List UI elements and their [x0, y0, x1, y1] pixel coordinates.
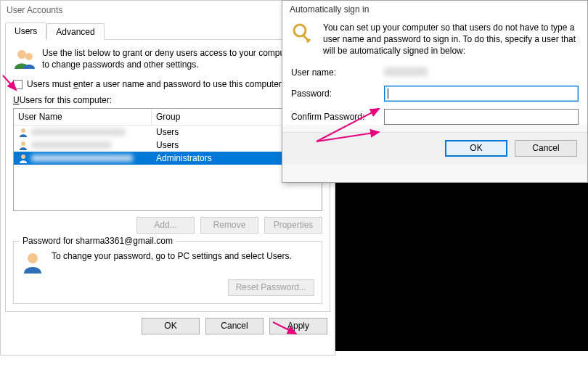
user-large-icon — [21, 250, 44, 274]
svg-point-5 — [28, 253, 38, 263]
confirm-row: Confirm Password: — [291, 109, 579, 125]
user-buttons-row: Add... Remove Properties — [13, 217, 322, 234]
ok-button[interactable]: OK — [142, 318, 200, 334]
intro-row: Use the list below to grant or deny user… — [13, 47, 322, 70]
users-list[interactable]: User Name Group Users Users — [13, 108, 322, 211]
table-row[interactable]: Users — [14, 139, 322, 152]
users-list-header: User Name Group — [14, 109, 322, 126]
confirm-password-input[interactable] — [384, 109, 579, 125]
dialog-footer: OK Cancel — [282, 132, 587, 164]
user-icon — [18, 127, 28, 137]
svg-point-4 — [21, 155, 25, 159]
remove-button[interactable]: Remove — [200, 217, 258, 234]
username-row: User name: — [291, 67, 579, 78]
tab-advanced[interactable]: Advanced — [46, 23, 104, 40]
password-label: Password: — [291, 89, 380, 99]
text-caret — [388, 89, 388, 99]
key-icon — [291, 22, 316, 46]
require-password-checkbox[interactable] — [13, 80, 23, 89]
user-name-redacted — [31, 141, 111, 149]
svg-point-3 — [21, 141, 25, 146]
require-password-row[interactable]: Users must enter a user name and passwor… — [13, 79, 322, 89]
properties-button[interactable]: Properties — [264, 217, 322, 234]
require-password-label: Users must enter a user name and passwor… — [27, 79, 284, 89]
reset-password-button[interactable]: Reset Password... — [228, 279, 314, 296]
table-row[interactable]: Users — [14, 126, 322, 139]
dialog-intro-row: You can set up your computer so that use… — [291, 22, 579, 57]
password-groupbox-title: Password for sharma3361@gmail.com — [20, 236, 176, 246]
dialog-title: Automatically sign in — [282, 1, 587, 22]
password-input[interactable] — [384, 86, 579, 102]
apply-button[interactable]: Apply — [269, 318, 327, 334]
intro-text: Use the list below to grant or deny user… — [42, 47, 322, 70]
user-name-redacted — [31, 128, 126, 136]
user-icon — [18, 153, 28, 163]
column-header-name[interactable]: User Name — [14, 109, 152, 125]
cancel-button[interactable]: Cancel — [205, 318, 264, 334]
cancel-button[interactable]: Cancel — [515, 140, 577, 157]
password-groupbox: Password for sharma3361@gmail.com To cha… — [13, 241, 322, 304]
svg-point-2 — [21, 128, 25, 133]
add-button[interactable]: Add... — [136, 217, 195, 234]
password-row: Password: — [291, 86, 579, 102]
user-name-redacted — [31, 155, 133, 162]
dialog-intro-text: You can set up your computer so that use… — [323, 22, 579, 57]
users-list-label: UUsers for this computer: — [13, 95, 322, 105]
ok-button[interactable]: OK — [445, 140, 507, 157]
svg-point-1 — [25, 53, 33, 60]
svg-point-6 — [294, 25, 306, 36]
user-icon — [18, 140, 28, 150]
confirm-label: Confirm Password: — [291, 112, 380, 122]
username-label: User name: — [291, 67, 380, 78]
username-value-redacted — [384, 67, 428, 76]
window-footer: OK Cancel Apply — [1, 312, 335, 340]
tab-users[interactable]: Users — [5, 22, 46, 40]
table-row[interactable]: Administrators — [14, 152, 322, 165]
auto-signin-dialog: Automatically sign in You can set up you… — [282, 0, 588, 183]
users-icon — [13, 47, 36, 70]
svg-point-0 — [17, 50, 26, 59]
password-change-text: To change your password, go to PC settin… — [52, 250, 314, 263]
